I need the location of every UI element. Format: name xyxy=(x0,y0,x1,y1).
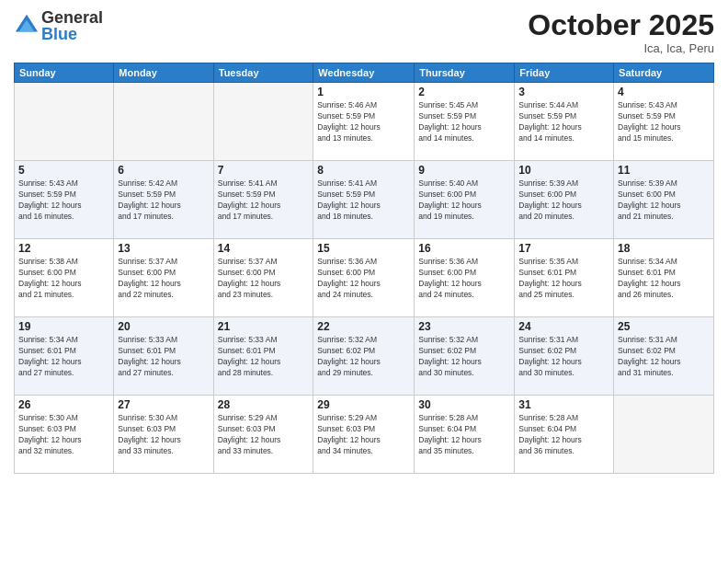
day-number: 4 xyxy=(618,86,710,98)
calendar-day-cell: 5Sunrise: 5:43 AM Sunset: 5:59 PM Daylig… xyxy=(15,161,114,239)
day-info: Sunrise: 5:35 AM Sunset: 6:01 PM Dayligh… xyxy=(518,257,609,301)
calendar-day-cell: 6Sunrise: 5:42 AM Sunset: 5:59 PM Daylig… xyxy=(114,161,213,239)
day-info: Sunrise: 5:29 AM Sunset: 6:03 PM Dayligh… xyxy=(317,413,410,457)
day-info: Sunrise: 5:30 AM Sunset: 6:03 PM Dayligh… xyxy=(18,413,109,457)
calendar-day-cell: 19Sunrise: 5:34 AM Sunset: 6:01 PM Dayli… xyxy=(15,317,114,396)
day-info: Sunrise: 5:32 AM Sunset: 6:02 PM Dayligh… xyxy=(418,335,510,379)
day-number: 8 xyxy=(317,164,410,177)
calendar-day-cell: 2Sunrise: 5:45 AM Sunset: 5:59 PM Daylig… xyxy=(415,83,515,161)
calendar-day-cell: 28Sunrise: 5:29 AM Sunset: 6:03 PM Dayli… xyxy=(213,396,313,474)
day-number: 5 xyxy=(18,164,109,177)
day-number: 25 xyxy=(618,320,710,333)
calendar-day-cell: 29Sunrise: 5:29 AM Sunset: 6:03 PM Dayli… xyxy=(313,396,415,474)
calendar-day-cell: 31Sunrise: 5:28 AM Sunset: 6:04 PM Dayli… xyxy=(515,396,614,474)
day-number: 28 xyxy=(218,398,310,411)
day-info: Sunrise: 5:43 AM Sunset: 5:59 PM Dayligh… xyxy=(18,178,109,223)
day-number: 13 xyxy=(118,242,209,255)
day-info: Sunrise: 5:34 AM Sunset: 6:01 PM Dayligh… xyxy=(618,257,710,301)
day-info: Sunrise: 5:41 AM Sunset: 5:59 PM Dayligh… xyxy=(317,178,410,223)
calendar-day-cell: 24Sunrise: 5:31 AM Sunset: 6:02 PM Dayli… xyxy=(515,317,614,396)
day-info: Sunrise: 5:36 AM Sunset: 6:00 PM Dayligh… xyxy=(317,257,410,301)
logo-blue: Blue xyxy=(41,26,103,42)
logo: General Blue xyxy=(14,9,103,42)
logo-general: General xyxy=(41,9,103,26)
day-info: Sunrise: 5:45 AM Sunset: 5:59 PM Dayligh… xyxy=(418,100,510,144)
calendar-day-cell: 11Sunrise: 5:39 AM Sunset: 6:00 PM Dayli… xyxy=(614,161,714,239)
calendar-day-cell xyxy=(114,83,213,161)
calendar-day-cell: 10Sunrise: 5:39 AM Sunset: 6:00 PM Dayli… xyxy=(515,161,614,239)
calendar-day-cell: 23Sunrise: 5:32 AM Sunset: 6:02 PM Dayli… xyxy=(415,317,515,396)
day-info: Sunrise: 5:31 AM Sunset: 6:02 PM Dayligh… xyxy=(518,335,609,379)
day-number: 7 xyxy=(218,164,310,177)
calendar: SundayMondayTuesdayWednesdayThursdayFrid… xyxy=(14,63,714,474)
calendar-day-cell: 8Sunrise: 5:41 AM Sunset: 5:59 PM Daylig… xyxy=(313,161,415,239)
day-number: 19 xyxy=(18,320,109,333)
day-number: 31 xyxy=(518,398,609,411)
calendar-header-cell: Wednesday xyxy=(313,63,415,83)
day-number: 1 xyxy=(317,86,410,98)
day-number: 3 xyxy=(518,86,609,98)
day-info: Sunrise: 5:30 AM Sunset: 6:03 PM Dayligh… xyxy=(118,413,209,457)
calendar-day-cell: 13Sunrise: 5:37 AM Sunset: 6:00 PM Dayli… xyxy=(114,239,213,317)
calendar-day-cell: 30Sunrise: 5:28 AM Sunset: 6:04 PM Dayli… xyxy=(415,396,515,474)
day-info: Sunrise: 5:44 AM Sunset: 5:59 PM Dayligh… xyxy=(518,100,609,144)
day-info: Sunrise: 5:34 AM Sunset: 6:01 PM Dayligh… xyxy=(18,335,109,379)
day-number: 26 xyxy=(18,398,109,411)
day-info: Sunrise: 5:39 AM Sunset: 6:00 PM Dayligh… xyxy=(518,178,609,223)
day-info: Sunrise: 5:42 AM Sunset: 5:59 PM Dayligh… xyxy=(118,178,209,223)
calendar-week-row: 26Sunrise: 5:30 AM Sunset: 6:03 PM Dayli… xyxy=(15,396,714,474)
calendar-header-cell: Tuesday xyxy=(213,63,313,83)
day-number: 21 xyxy=(218,320,310,333)
calendar-week-row: 19Sunrise: 5:34 AM Sunset: 6:01 PM Dayli… xyxy=(15,317,714,396)
calendar-day-cell xyxy=(213,83,313,161)
location: Ica, Ica, Peru xyxy=(528,41,714,55)
day-info: Sunrise: 5:43 AM Sunset: 5:59 PM Dayligh… xyxy=(618,100,710,144)
page: General Blue October 2025 Ica, Ica, Peru… xyxy=(0,0,728,563)
day-info: Sunrise: 5:39 AM Sunset: 6:00 PM Dayligh… xyxy=(618,178,710,223)
calendar-day-cell: 25Sunrise: 5:31 AM Sunset: 6:02 PM Dayli… xyxy=(614,317,714,396)
day-number: 20 xyxy=(118,320,209,333)
calendar-day-cell: 7Sunrise: 5:41 AM Sunset: 5:59 PM Daylig… xyxy=(213,161,313,239)
calendar-day-cell: 22Sunrise: 5:32 AM Sunset: 6:02 PM Dayli… xyxy=(313,317,415,396)
title-area: October 2025 Ica, Ica, Peru xyxy=(528,9,714,55)
day-info: Sunrise: 5:28 AM Sunset: 6:04 PM Dayligh… xyxy=(518,413,609,457)
calendar-header-row: SundayMondayTuesdayWednesdayThursdayFrid… xyxy=(15,63,714,83)
day-number: 10 xyxy=(518,164,609,177)
day-info: Sunrise: 5:46 AM Sunset: 5:59 PM Dayligh… xyxy=(317,100,410,144)
calendar-header-cell: Friday xyxy=(515,63,614,83)
calendar-day-cell: 17Sunrise: 5:35 AM Sunset: 6:01 PM Dayli… xyxy=(515,239,614,317)
day-number: 23 xyxy=(418,320,510,333)
day-number: 6 xyxy=(118,164,209,177)
calendar-week-row: 1Sunrise: 5:46 AM Sunset: 5:59 PM Daylig… xyxy=(15,83,714,161)
day-info: Sunrise: 5:41 AM Sunset: 5:59 PM Dayligh… xyxy=(218,178,310,223)
day-number: 30 xyxy=(418,398,510,411)
day-info: Sunrise: 5:33 AM Sunset: 6:01 PM Dayligh… xyxy=(218,335,310,379)
logo-icon xyxy=(14,13,40,39)
logo-text: General Blue xyxy=(41,9,103,42)
day-number: 2 xyxy=(418,86,510,98)
day-info: Sunrise: 5:33 AM Sunset: 6:01 PM Dayligh… xyxy=(118,335,209,379)
calendar-day-cell: 27Sunrise: 5:30 AM Sunset: 6:03 PM Dayli… xyxy=(114,396,213,474)
day-number: 27 xyxy=(118,398,209,411)
day-info: Sunrise: 5:28 AM Sunset: 6:04 PM Dayligh… xyxy=(418,413,510,457)
day-info: Sunrise: 5:32 AM Sunset: 6:02 PM Dayligh… xyxy=(317,335,410,379)
calendar-day-cell: 21Sunrise: 5:33 AM Sunset: 6:01 PM Dayli… xyxy=(213,317,313,396)
calendar-header-cell: Monday xyxy=(114,63,213,83)
month-title: October 2025 xyxy=(528,9,714,41)
day-number: 22 xyxy=(317,320,410,333)
calendar-day-cell: 14Sunrise: 5:37 AM Sunset: 6:00 PM Dayli… xyxy=(213,239,313,317)
calendar-header-cell: Sunday xyxy=(15,63,114,83)
calendar-week-row: 12Sunrise: 5:38 AM Sunset: 6:00 PM Dayli… xyxy=(15,239,714,317)
day-number: 12 xyxy=(18,242,109,255)
day-info: Sunrise: 5:31 AM Sunset: 6:02 PM Dayligh… xyxy=(618,335,710,379)
calendar-day-cell: 9Sunrise: 5:40 AM Sunset: 6:00 PM Daylig… xyxy=(415,161,515,239)
calendar-day-cell: 16Sunrise: 5:36 AM Sunset: 6:00 PM Dayli… xyxy=(415,239,515,317)
day-info: Sunrise: 5:29 AM Sunset: 6:03 PM Dayligh… xyxy=(218,413,310,457)
header: General Blue October 2025 Ica, Ica, Peru xyxy=(14,9,714,55)
day-info: Sunrise: 5:37 AM Sunset: 6:00 PM Dayligh… xyxy=(118,257,209,301)
day-number: 29 xyxy=(317,398,410,411)
calendar-header-cell: Thursday xyxy=(415,63,515,83)
calendar-day-cell: 15Sunrise: 5:36 AM Sunset: 6:00 PM Dayli… xyxy=(313,239,415,317)
day-number: 15 xyxy=(317,242,410,255)
calendar-day-cell: 20Sunrise: 5:33 AM Sunset: 6:01 PM Dayli… xyxy=(114,317,213,396)
